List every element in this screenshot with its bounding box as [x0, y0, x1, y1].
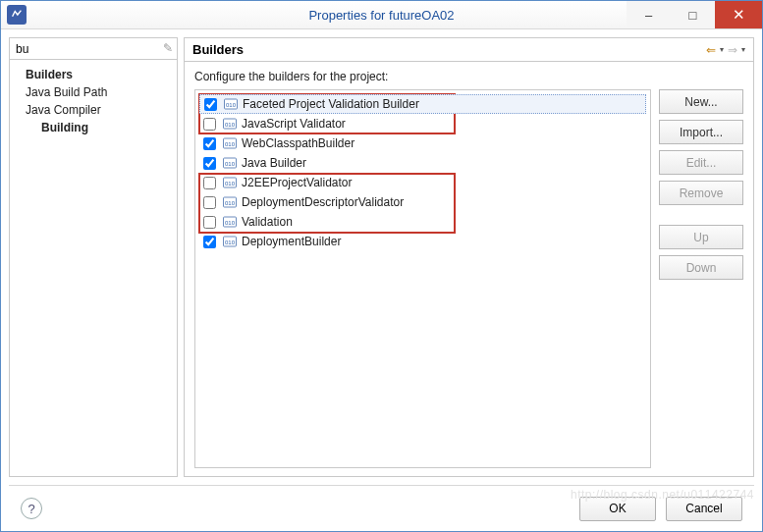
builders-list[interactable]: 010Faceted Project Validation Builder010…	[194, 89, 651, 468]
tree-item-builders[interactable]: Builders	[10, 66, 177, 83]
app-icon	[7, 5, 27, 25]
builder-label: WebClasspathBuilder	[242, 136, 354, 150]
import-button[interactable]: Import...	[659, 120, 743, 144]
dialog-footer: ? OK Cancel	[9, 486, 754, 531]
cancel-button[interactable]: Cancel	[666, 497, 742, 521]
title-bar: Properties for futureOA02 – □ ✕	[1, 1, 762, 29]
builder-row[interactable]: 010Validation	[199, 212, 646, 232]
builder-label: DeploymentDescriptorValidator	[242, 195, 404, 209]
builder-checkbox[interactable]	[203, 157, 216, 170]
remove-button[interactable]: Remove	[659, 181, 743, 205]
builder-row[interactable]: 010DeploymentDescriptorValidator	[199, 192, 646, 212]
builder-row[interactable]: 010J2EEProjectValidator	[199, 173, 646, 192]
svg-text:010: 010	[225, 220, 236, 226]
svg-text:010: 010	[225, 200, 236, 206]
builder-icon: 010	[222, 234, 238, 249]
clear-filter-icon[interactable]: ✎	[163, 41, 173, 55]
builder-checkbox[interactable]	[204, 98, 217, 111]
builder-icon: 010	[222, 155, 238, 171]
nav-fwd-icon[interactable]: ⇒	[728, 43, 737, 57]
builder-row[interactable]: 010Faceted Project Validation Builder	[199, 94, 646, 114]
category-tree-pane: ✎ Builders Java Build Path Java Compiler…	[9, 37, 178, 477]
nav-back-menu-icon[interactable]: ▾	[720, 45, 724, 54]
minimize-button[interactable]: –	[627, 1, 671, 28]
builder-row[interactable]: 010WebClasspathBuilder	[199, 133, 646, 153]
tree-item-java-build-path[interactable]: Java Build Path	[10, 83, 177, 101]
builder-icon: 010	[223, 96, 239, 112]
svg-text:010: 010	[225, 122, 236, 128]
builder-checkbox[interactable]	[203, 216, 216, 229]
filter-wrap: ✎	[10, 38, 177, 60]
client-area: ✎ Builders Java Build Path Java Compiler…	[1, 29, 762, 531]
panel-header: Builders ⇐▾ ⇒▾	[185, 38, 753, 62]
builder-row[interactable]: 010JavaScript Validator	[199, 114, 646, 133]
builder-label: DeploymentBuilder	[242, 235, 341, 248]
svg-text:010: 010	[225, 161, 236, 167]
svg-text:010: 010	[225, 239, 236, 245]
new-button[interactable]: New...	[659, 89, 743, 114]
builder-row[interactable]: 010Java Builder	[199, 153, 646, 173]
edit-button[interactable]: Edit...	[659, 150, 743, 175]
builder-checkbox[interactable]	[203, 236, 216, 248]
up-button[interactable]: Up	[659, 225, 743, 249]
spacer	[659, 211, 743, 219]
builder-icon: 010	[222, 214, 238, 230]
svg-text:010: 010	[225, 181, 236, 186]
properties-dialog: Properties for futureOA02 – □ ✕ ✎ Builde…	[0, 0, 763, 532]
nav-fwd-menu-icon[interactable]: ▾	[741, 45, 745, 54]
builder-row[interactable]: 010DeploymentBuilder	[199, 232, 646, 251]
builder-checkbox[interactable]	[203, 137, 216, 150]
filter-input[interactable]	[10, 38, 177, 60]
help-icon[interactable]: ?	[21, 498, 42, 519]
builder-label: JavaScript Validator	[242, 117, 346, 131]
panel-title: Builders	[192, 42, 244, 57]
builder-label: Faceted Project Validation Builder	[243, 97, 419, 111]
button-column: New... Import... Edit... Remove Up Down	[659, 89, 743, 468]
nav-arrows: ⇐▾ ⇒▾	[706, 43, 745, 57]
builder-label: Java Builder	[242, 156, 306, 170]
svg-text:010: 010	[226, 102, 237, 108]
nav-back-icon[interactable]: ⇐	[706, 43, 716, 57]
panel-description: Configure the builders for the project:	[194, 70, 743, 83]
builder-checkbox[interactable]	[203, 118, 216, 131]
svg-text:010: 010	[225, 141, 236, 147]
tree-item-building[interactable]: Building	[10, 119, 177, 136]
builder-label: Validation	[242, 215, 293, 229]
builder-icon: 010	[222, 175, 238, 190]
ok-button[interactable]: OK	[579, 497, 656, 521]
builder-checkbox[interactable]	[203, 177, 216, 189]
tree-item-java-compiler[interactable]: Java Compiler	[10, 101, 177, 119]
builders-panel: Builders ⇐▾ ⇒▾ Configure the builders fo…	[184, 37, 754, 477]
window-buttons: – □ ✕	[627, 1, 762, 28]
builder-checkbox[interactable]	[203, 196, 216, 209]
down-button[interactable]: Down	[659, 255, 743, 280]
maximize-button[interactable]: □	[671, 1, 715, 28]
builder-label: J2EEProjectValidator	[242, 176, 353, 189]
category-tree[interactable]: Builders Java Build Path Java Compiler B…	[10, 60, 177, 476]
builder-icon: 010	[222, 135, 238, 151]
close-button[interactable]: ✕	[715, 1, 762, 28]
builder-icon: 010	[222, 194, 238, 210]
builder-icon: 010	[222, 116, 238, 132]
